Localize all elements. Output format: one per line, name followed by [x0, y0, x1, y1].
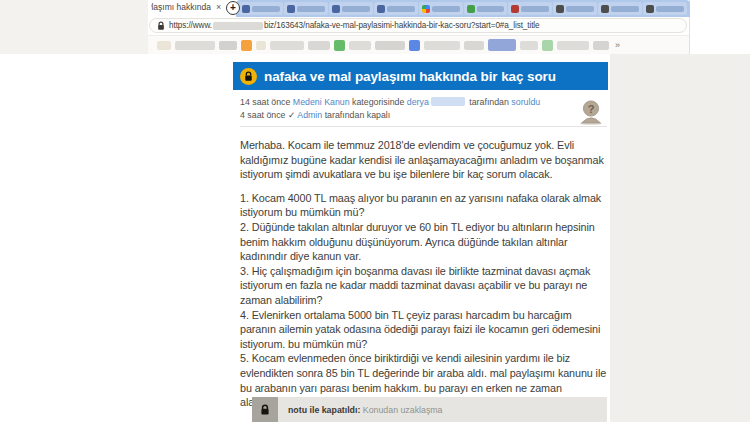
- body-question-3: 3. Hiç çalışmadığım için boşanma davası …: [240, 264, 608, 308]
- censored-bookmark[interactable]: [424, 41, 460, 50]
- active-tab-title: mal paylaşımı hakkında: [151, 2, 211, 12]
- page-background-left: [0, 0, 148, 54]
- bookmarks-bar-items: [157, 39, 609, 51]
- tab-favicon: [601, 5, 609, 13]
- background-tab[interactable]: [508, 2, 552, 15]
- closed-note-reason: Konudan uzaklaşma: [363, 405, 443, 415]
- tab-favicon: [646, 5, 654, 13]
- closed-note-label: notu ile kapatıldı:: [288, 405, 360, 415]
- censored-domain: [213, 22, 263, 30]
- censored-bookmark[interactable]: [488, 39, 516, 51]
- background-tab[interactable]: [329, 2, 373, 15]
- lock-icon: [260, 404, 270, 416]
- note-lock-square: [252, 397, 278, 422]
- tab-favicon: [422, 5, 430, 13]
- meta-line-asked: 14 saat önce Medeni Kanun kategorisinde …: [240, 96, 540, 109]
- censored-bookmark[interactable]: [256, 41, 266, 50]
- asker-link[interactable]: derya: [407, 97, 429, 107]
- background-tab[interactable]: [374, 2, 418, 15]
- active-tab[interactable]: mal paylaşımı hakkında: [151, 2, 211, 15]
- tab-favicon: [467, 5, 475, 13]
- censored-bookmark[interactable]: [308, 41, 330, 50]
- censored-bookmark[interactable]: [157, 41, 171, 50]
- censored-bookmark[interactable]: [520, 41, 538, 50]
- closed-lock-badge: [240, 68, 257, 85]
- censored-tab-title: [252, 6, 280, 12]
- censored-tab-title: [656, 6, 684, 12]
- address-bar[interactable]: https://www.biz/163643/nafaka-ve-mal-pay…: [149, 18, 687, 33]
- meta-separator: [240, 126, 607, 127]
- https-lock-icon: [157, 21, 165, 31]
- censored-bookmark[interactable]: [557, 41, 589, 50]
- screenshot-canvas: { "browser": { "active_tab": { "title": …: [0, 0, 750, 422]
- page-background-right: [610, 54, 750, 422]
- bookmark-favicon[interactable]: [334, 40, 345, 51]
- background-tab[interactable]: [464, 2, 508, 15]
- meta-text-tarafindan: tarafından: [469, 97, 509, 107]
- url-suffix: biz/163643/nafaka-ve-mal-paylasimi-hakki…: [264, 21, 540, 30]
- closed-note-text: notu ile kapatıldı: Konudan uzaklaşma: [288, 405, 443, 415]
- bookmark-favicon[interactable]: [542, 40, 553, 51]
- meta-line-closed: 4 saat önce ✓ Admin tarafından kapalı: [240, 109, 540, 122]
- censored-tab-title: [611, 6, 639, 12]
- new-tab-button[interactable]: +: [226, 1, 240, 15]
- tab-strip: [236, 0, 690, 17]
- censored-tab-title: [521, 6, 549, 12]
- background-tab[interactable]: [598, 2, 642, 15]
- bookmarks-bar: »: [148, 35, 689, 54]
- body-question-1: 1. Kocam 4000 TL maaş alıyor bu paranın …: [240, 191, 608, 220]
- censored-tab-title: [477, 6, 505, 12]
- browser-window: mal paylaşımı hakkında × + https://www.b…: [148, 0, 690, 54]
- forum-content-panel: nafaka ve mal paylaşımı hakkında bir kaç…: [232, 54, 610, 422]
- censored-bookmark[interactable]: [219, 41, 237, 50]
- censored-bookmark[interactable]: [349, 41, 371, 50]
- background-tab[interactable]: [643, 2, 687, 15]
- question-meta: 14 saat önce Medeni Kanun kategorisinde …: [240, 96, 540, 122]
- meta-text-kategorisinde: kategorisinde: [352, 97, 404, 107]
- category-link[interactable]: Medeni Kanun: [293, 97, 350, 107]
- background-tab[interactable]: [419, 2, 463, 15]
- svg-text:?: ?: [588, 103, 595, 115]
- censored-tab-title: [342, 6, 370, 12]
- bookmark-favicon[interactable]: [409, 40, 420, 51]
- url-text: https://www.biz/163643/nafaka-ve-mal-pay…: [169, 21, 540, 30]
- censored-tab-title: [566, 6, 594, 12]
- tab-favicon: [511, 5, 519, 13]
- censored-bookmark[interactable]: [593, 41, 609, 50]
- bookmark-favicon[interactable]: [241, 40, 252, 51]
- asked-time: 14 saat önce: [240, 97, 290, 107]
- question-title-bar: nafaka ve mal paylaşımı hakkında bir kaç…: [233, 62, 608, 90]
- censored-tab-title: [387, 6, 415, 12]
- body-intro: Merhaba. Kocam ile temmuz 2018'de evlend…: [240, 138, 608, 182]
- censored-bookmark[interactable]: [375, 41, 405, 50]
- censored-tab-title: [432, 6, 460, 12]
- tab-favicon: [556, 5, 564, 13]
- body-question-4: 4. Evlenirken ortalama 5000 bin TL çeyiz…: [240, 308, 608, 352]
- tab-favicon: [287, 5, 295, 13]
- censored-username: [431, 97, 465, 106]
- avatar[interactable]: ?: [578, 98, 604, 125]
- check-icon: ✓: [288, 110, 295, 120]
- closed-note-bar: notu ile kapatıldı: Konudan uzaklaşma: [252, 397, 607, 422]
- tab-favicon: [332, 5, 340, 13]
- background-tab[interactable]: [553, 2, 597, 15]
- meta-text-closed: tarafından kapalı: [325, 110, 391, 120]
- tab-favicon: [242, 5, 250, 13]
- tab-favicon: [377, 5, 385, 13]
- question-title: nafaka ve mal paylaşımı hakkında bir kaç…: [264, 69, 556, 84]
- background-tab[interactable]: [284, 2, 328, 15]
- tab-close-button[interactable]: ×: [216, 2, 221, 12]
- censored-bookmark[interactable]: [175, 41, 215, 50]
- censored-bookmark[interactable]: [464, 41, 484, 50]
- body-question-2: 2. Düğünde takılan altınlar duruyor ve 6…: [240, 220, 608, 264]
- background-tab[interactable]: [239, 2, 283, 15]
- asked-action-link[interactable]: soruldu: [511, 97, 540, 107]
- closed-time: 4 saat önce: [240, 110, 285, 120]
- url-prefix: https://www.: [169, 21, 212, 30]
- censored-tab-title: [297, 6, 325, 12]
- lock-icon: [244, 71, 253, 82]
- question-body: Merhaba. Kocam ile temmuz 2018'de evlend…: [240, 138, 608, 422]
- admin-link[interactable]: Admin: [297, 110, 322, 120]
- censored-bookmark[interactable]: [270, 41, 304, 50]
- bookmarks-overflow-chevron[interactable]: »: [615, 40, 620, 50]
